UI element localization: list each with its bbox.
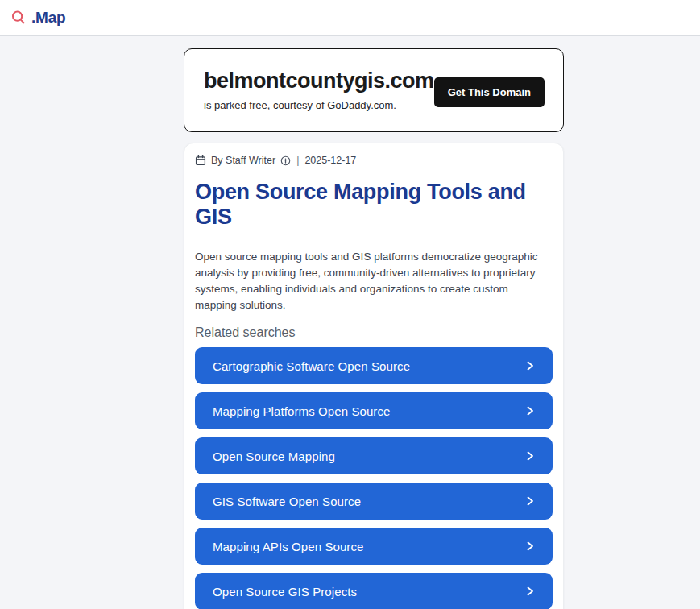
related-search-label: Mapping Platforms Open Source xyxy=(213,404,391,418)
related-search-button[interactable]: Open Source Mapping xyxy=(195,437,553,474)
get-this-domain-button[interactable]: Get This Domain xyxy=(434,77,545,107)
article-title: Open Source Mapping Tools and GIS xyxy=(195,180,553,230)
related-search-button[interactable]: Open Source GIS Projects xyxy=(195,573,553,609)
article-intro: Open source mapping tools and GIS platfo… xyxy=(195,249,553,313)
chevron-right-icon xyxy=(524,586,536,597)
domain-card: belmontcountygis.com is parked free, cou… xyxy=(184,48,564,132)
chevron-right-icon xyxy=(524,495,536,507)
related-searches-list: Cartographic Software Open Source Mappin… xyxy=(195,347,553,609)
byline-date: 2025-12-17 xyxy=(304,155,356,166)
related-search-label: Mapping APIs Open Source xyxy=(213,540,364,553)
related-search-button[interactable]: Mapping APIs Open Source xyxy=(195,528,553,565)
byline: By Staff Writer | 2025-12-17 xyxy=(195,154,553,166)
info-icon[interactable] xyxy=(280,155,291,166)
top-bar: .Map xyxy=(0,0,700,36)
search-icon xyxy=(10,10,27,26)
site-logo[interactable]: .Map xyxy=(10,9,65,27)
logo-text: .Map xyxy=(31,9,65,27)
related-search-button[interactable]: Cartographic Software Open Source xyxy=(195,347,553,384)
related-search-button[interactable]: GIS Software Open Source xyxy=(195,483,553,520)
byline-author: By Staff Writer xyxy=(211,155,275,166)
chevron-right-icon xyxy=(524,405,536,416)
related-search-label: Open Source Mapping xyxy=(213,450,335,463)
main-column: belmontcountygis.com is parked free, cou… xyxy=(184,36,564,609)
related-search-label: GIS Software Open Source xyxy=(213,495,361,508)
related-searches-heading: Related searches xyxy=(195,325,553,340)
chevron-right-icon xyxy=(524,450,536,462)
chevron-right-icon xyxy=(524,360,536,371)
related-search-label: Open Source GIS Projects xyxy=(213,585,357,599)
byline-separator: | xyxy=(296,155,299,166)
article-card: By Staff Writer | 2025-12-17 Open Source… xyxy=(184,143,564,609)
related-search-button[interactable]: Mapping Platforms Open Source xyxy=(195,392,553,429)
calendar-icon xyxy=(195,155,206,166)
chevron-right-icon xyxy=(524,541,536,552)
related-search-label: Cartographic Software Open Source xyxy=(213,359,410,373)
